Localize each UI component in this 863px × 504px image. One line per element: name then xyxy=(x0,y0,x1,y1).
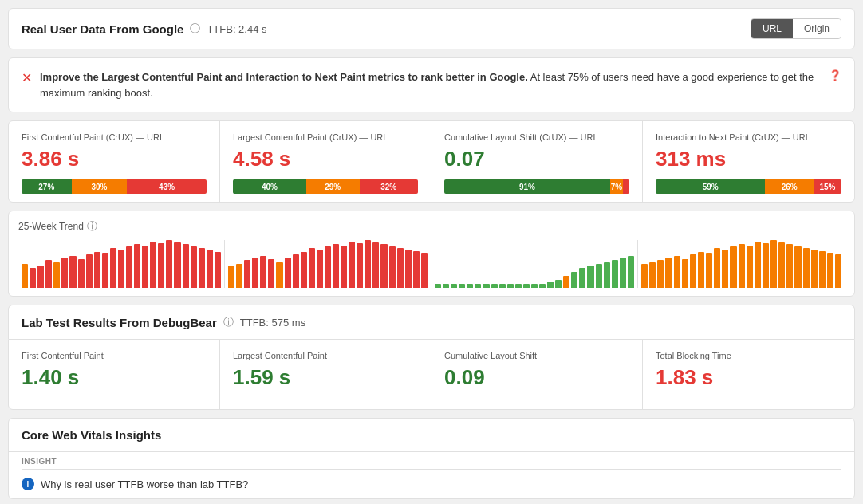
trend-bar xyxy=(150,242,156,288)
trend-bar xyxy=(690,254,696,288)
trend-bar xyxy=(61,258,68,288)
trend-bar xyxy=(244,260,250,288)
alert-bold: Improve the Largest Contentful Paint and… xyxy=(40,71,528,83)
lab-ttfb: TTFB: 575 ms xyxy=(240,317,305,329)
insight-row[interactable]: i Why is real user TTFB worse than lab T… xyxy=(9,470,854,498)
trend-bar xyxy=(110,248,116,288)
trend-bar xyxy=(405,250,412,288)
trend-bar xyxy=(739,244,745,288)
trend-bar xyxy=(166,240,172,288)
insight-text: Why is real user TTFB worse than lab TTF… xyxy=(41,478,248,490)
trend-chart-0 xyxy=(18,240,225,288)
trend-bar xyxy=(515,284,522,288)
lab-info-icon[interactable]: ⓘ xyxy=(223,315,234,329)
trend-bar xyxy=(451,284,457,288)
trend-bar xyxy=(285,258,291,288)
trend-bar xyxy=(628,256,634,288)
metric-bar-3: 59%26%15% xyxy=(656,179,841,194)
trend-bar xyxy=(228,266,234,288)
trend-bar xyxy=(380,244,387,288)
trend-bar xyxy=(682,259,688,288)
trend-bar xyxy=(706,253,712,288)
lab-metric-card-3: Total Blocking Time1.83 s xyxy=(643,340,854,409)
trend-bar xyxy=(579,268,585,288)
metric-label-0: First Contentful Paint (CrUX) — URL xyxy=(22,132,207,142)
trend-charts xyxy=(18,240,845,288)
trend-bar xyxy=(547,282,554,288)
lab-metric-label-2: Cumulative Layout Shift xyxy=(444,351,629,360)
trend-bar xyxy=(301,252,307,288)
trend-chart-1 xyxy=(225,240,432,288)
trend-bar xyxy=(397,248,404,288)
trend-bar xyxy=(443,284,449,288)
trend-info-icon[interactable]: ⓘ xyxy=(87,219,97,234)
trend-bar xyxy=(778,242,785,288)
trend-bar xyxy=(587,266,593,288)
metric-label-3: Interaction to Next Paint (CrUX) — URL xyxy=(656,132,841,142)
trend-bar xyxy=(539,284,546,288)
metric-value-0: 3.86 s xyxy=(22,147,207,171)
lab-metric-value-3: 1.83 s xyxy=(656,365,841,390)
trend-bar xyxy=(555,280,562,288)
trend-bar xyxy=(134,244,140,288)
trend-bar xyxy=(30,268,36,288)
alert-help-icon[interactable]: ❓ xyxy=(829,69,841,81)
trend-bar xyxy=(260,256,266,288)
lab-metric-card-0: First Contentful Paint1.40 s xyxy=(9,340,220,409)
trend-bar xyxy=(612,260,618,288)
trend-bar xyxy=(819,251,826,288)
trend-bar xyxy=(37,266,44,288)
lab-metric-card-2: Cumulative Layout Shift0.09 xyxy=(432,340,643,409)
trend-bar xyxy=(722,250,728,288)
tab-group: URL Origin xyxy=(751,18,841,39)
error-icon: ✕ xyxy=(22,70,32,85)
metric-value-1: 4.58 s xyxy=(233,147,418,171)
insights-header: Core Web Vitals Insights xyxy=(9,419,854,452)
metric-card-2: Cumulative Layout Shift (CrUX) — URL0.07… xyxy=(432,121,643,202)
bar-segment: 27% xyxy=(22,179,72,194)
alert-text: Improve the Largest Contentful Paint and… xyxy=(40,69,821,100)
trend-bar xyxy=(118,250,124,288)
trend-bar xyxy=(333,244,339,288)
trend-bar xyxy=(252,258,258,288)
trend-bar xyxy=(747,246,753,288)
metric-bar-0: 27%30%43% xyxy=(22,179,207,194)
info-icon[interactable]: ⓘ xyxy=(190,22,200,36)
trend-bar xyxy=(158,243,164,288)
trend-bar xyxy=(794,246,801,288)
trend-chart-3 xyxy=(638,240,845,288)
trend-label: 25-Week Trend xyxy=(18,221,84,232)
lab-title: Lab Test Results From DebugBear xyxy=(22,316,217,329)
tab-url[interactable]: URL xyxy=(751,19,793,38)
bar-segment: 40% xyxy=(233,179,306,194)
metric-label-1: Largest Contentful Paint (CrUX) — URL xyxy=(233,132,418,142)
trend-bar xyxy=(276,262,282,288)
bar-segment: 43% xyxy=(127,179,207,194)
lab-metric-label-0: First Contentful Paint xyxy=(22,351,207,360)
bar-segment: 7% xyxy=(610,179,623,194)
alert-card: ✕ Improve the Largest Contentful Paint a… xyxy=(8,57,855,112)
trend-bar xyxy=(349,242,355,288)
trend-bar xyxy=(714,248,720,288)
trend-bar xyxy=(755,242,761,288)
tab-origin[interactable]: Origin xyxy=(793,19,841,38)
lab-metric-card-1: Largest Contentful Paint1.59 s xyxy=(220,340,432,409)
trend-bar xyxy=(317,250,323,288)
metric-card-1: Largest Contentful Paint (CrUX) — URL4.5… xyxy=(220,121,432,202)
trend-bar xyxy=(596,264,602,288)
lab-metric-label-1: Largest Contentful Paint xyxy=(233,351,418,360)
trend-bar xyxy=(183,244,189,288)
trend-bar xyxy=(142,246,148,288)
trend-bar xyxy=(770,240,777,288)
trend-bar xyxy=(86,254,93,288)
trend-bar xyxy=(174,242,180,288)
trend-bar xyxy=(357,243,363,288)
trend-bar xyxy=(649,262,656,288)
insight-info-icon: i xyxy=(22,478,34,490)
trend-bar xyxy=(365,240,371,288)
metric-card-3: Interaction to Next Paint (CrUX) — URL31… xyxy=(643,121,854,202)
trend-bar xyxy=(325,246,331,288)
trend-bar xyxy=(604,262,610,288)
trend-header: 25-Week Trend ⓘ xyxy=(18,219,845,234)
trend-bar xyxy=(459,284,465,288)
